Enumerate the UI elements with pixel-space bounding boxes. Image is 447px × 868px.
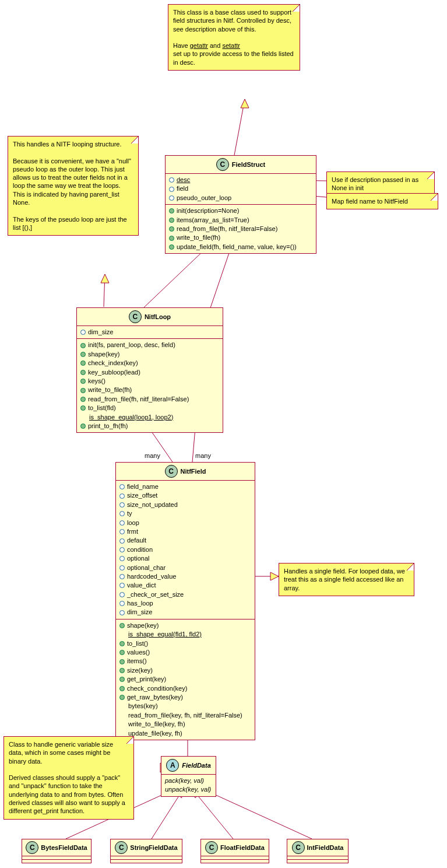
label-many: many [195,452,211,459]
class-name: NitfLoop [145,313,171,320]
svg-marker-0 [241,99,249,108]
class-fielddata: AFieldData pack(key, val) unpack(key, va… [161,756,216,797]
label-many: many [145,452,160,459]
note-text: This class is a base class used to suppo… [173,8,295,33]
svg-marker-1 [101,274,109,283]
class-nitffield: CNitfField field_name size_offset size_n… [115,462,255,740]
class-icon: C [205,841,218,854]
note-nitffield: Handles a single field. For looped data,… [279,563,414,596]
svg-marker-2 [270,572,279,580]
note-fielddata: Class to handle generic variable size da… [3,736,134,820]
class-icon: C [165,465,178,478]
class-floatfielddata: CFloatFieldData [200,839,269,863]
class-name: FieldStruct [232,161,265,168]
abstract-icon: A [166,759,179,772]
class-icon: C [129,310,142,323]
class-nitfloop: CNitfLoop dim_size init(fs, parent_loop,… [76,307,223,433]
class-icon: C [292,841,305,854]
class-stringfielddata: CStringFieldData [110,839,182,863]
class-name: NitfField [181,468,206,475]
note-field: Map field name to NitfField [326,193,438,209]
class-icon: C [216,158,229,171]
class-fieldstruct: CFieldStruct desc field pseudo_outer_loo… [165,155,316,254]
class-icon: C [115,841,128,854]
note-nitfloop: This handles a NITF looping structure. B… [8,136,139,236]
class-intfielddata: CIntFieldData [287,839,349,863]
class-name: FieldData [182,762,211,769]
class-icon: C [26,841,38,854]
note-fieldstruct: This class is a base class used to suppo… [168,4,300,71]
class-bytesfielddata: CBytesFieldData [22,839,91,863]
